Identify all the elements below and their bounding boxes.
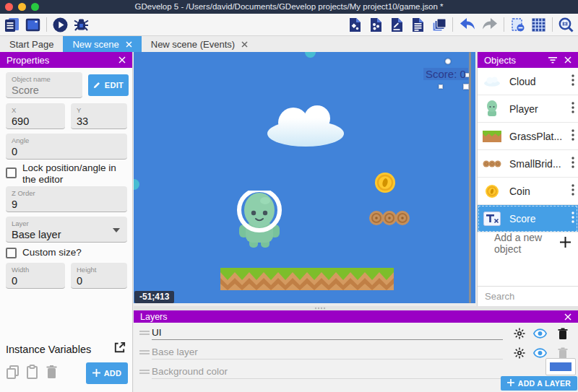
close-panel-icon[interactable] bbox=[564, 313, 571, 321]
field-value: 33 bbox=[77, 116, 121, 127]
player-instance[interactable] bbox=[236, 191, 283, 248]
layers-header: Layers bbox=[134, 310, 578, 323]
object-menu-icon[interactable] bbox=[571, 212, 574, 226]
object-menu-icon[interactable] bbox=[571, 74, 574, 89]
window-title: GDevelop 5 - /Users/david/Documents/GDev… bbox=[43, 0, 535, 14]
scene-properties-icon[interactable] bbox=[387, 15, 407, 35]
paste-icon[interactable] bbox=[26, 365, 38, 383]
toolbar-separator bbox=[552, 17, 553, 32]
angle-field[interactable]: Angle 0 bbox=[6, 134, 127, 160]
edit-object-button[interactable]: EDIT bbox=[88, 74, 129, 96]
zoom-1-1-icon[interactable] bbox=[556, 15, 577, 35]
close-panel-icon[interactable] bbox=[118, 56, 126, 64]
object-name-field[interactable]: Object name Score bbox=[6, 72, 82, 98]
tab-new-scene[interactable]: New scene bbox=[63, 36, 141, 52]
height-field[interactable]: Height 0 bbox=[71, 263, 127, 289]
tab-new-scene-events[interactable]: New scene (Events) bbox=[142, 36, 257, 52]
object-menu-icon[interactable] bbox=[571, 157, 574, 171]
width-field[interactable]: Width 0 bbox=[6, 263, 65, 289]
layer-name-input[interactable] bbox=[152, 326, 503, 340]
close-window-button[interactable] bbox=[5, 3, 13, 11]
add-variable-button[interactable]: ADD bbox=[86, 362, 128, 384]
cursor-coordinates-badge: -51;413 bbox=[134, 291, 174, 303]
field-label: Object name bbox=[12, 75, 77, 83]
play-icon[interactable] bbox=[50, 15, 71, 35]
layer-row-base[interactable]: Base layer bbox=[134, 343, 578, 362]
z-order-field[interactable]: Z Order 9 bbox=[6, 186, 127, 212]
close-panel-icon[interactable] bbox=[564, 56, 571, 64]
add-layer-button[interactable]: ADD A LAYER bbox=[501, 376, 577, 391]
copy-icon[interactable] bbox=[6, 365, 20, 383]
add-new-object-button[interactable]: Add a new object bbox=[478, 232, 578, 254]
object-label: Cloud bbox=[509, 76, 571, 87]
grass-platform-instance[interactable] bbox=[220, 268, 394, 290]
tab-label: New scene bbox=[72, 39, 118, 50]
lock-position-checkbox[interactable] bbox=[6, 167, 17, 178]
objects-editor-icon[interactable] bbox=[345, 15, 366, 35]
field-value: Score bbox=[12, 84, 77, 96]
open-in-new-icon[interactable] bbox=[113, 341, 126, 357]
filter-icon[interactable] bbox=[548, 57, 557, 64]
layer-select[interactable]: Layer Base layer bbox=[6, 217, 127, 243]
field-value: 9 bbox=[12, 199, 121, 210]
mask-icon[interactable] bbox=[507, 15, 528, 35]
debug-icon[interactable] bbox=[71, 15, 92, 35]
field-label: Height bbox=[77, 266, 121, 274]
layer-effects-icon[interactable] bbox=[512, 346, 527, 360]
layer-name[interactable]: Base layer bbox=[152, 345, 503, 360]
close-tab-icon[interactable] bbox=[241, 41, 248, 48]
object-menu-icon[interactable] bbox=[571, 102, 574, 116]
coin-instance[interactable] bbox=[374, 172, 396, 193]
drag-handle-icon[interactable] bbox=[139, 350, 150, 356]
small-bridge-instance[interactable] bbox=[369, 210, 410, 226]
drag-handle-icon[interactable] bbox=[139, 331, 150, 336]
object-menu-icon[interactable] bbox=[571, 184, 574, 199]
object-row-cloud[interactable]: Cloud bbox=[478, 68, 578, 95]
player-thumbnail-icon bbox=[481, 100, 503, 118]
layer-visibility-eye-icon[interactable] bbox=[532, 326, 547, 341]
object-row-coin[interactable]: Coin bbox=[478, 178, 578, 205]
panel-drag-handle-top[interactable] bbox=[305, 52, 316, 58]
redo-icon[interactable] bbox=[478, 15, 501, 35]
undo-icon[interactable] bbox=[456, 15, 478, 35]
object-row-player[interactable]: Player bbox=[478, 95, 578, 123]
rotate-handle[interactable] bbox=[445, 58, 451, 64]
canvas-vertical-scrollbar[interactable] bbox=[469, 52, 471, 303]
panel-title: Objects bbox=[484, 55, 541, 66]
score-text-instance[interactable]: Score: 0 bbox=[423, 68, 468, 80]
object-menu-icon[interactable] bbox=[571, 129, 574, 144]
minimize-window-button[interactable] bbox=[18, 3, 26, 11]
resize-handle-bottom[interactable] bbox=[439, 84, 443, 89]
panel-title: Layers bbox=[140, 312, 557, 322]
layers-editor-icon[interactable] bbox=[428, 15, 449, 35]
project-manager-icon[interactable] bbox=[1, 15, 22, 35]
maximize-window-button[interactable] bbox=[31, 3, 39, 11]
y-position-field[interactable]: Y 33 bbox=[71, 103, 127, 129]
main-toolbar bbox=[0, 14, 578, 36]
custom-size-checkbox[interactable] bbox=[6, 248, 17, 258]
trash-icon[interactable] bbox=[46, 365, 58, 383]
search-input[interactable] bbox=[483, 290, 578, 302]
object-row-score[interactable]: Score bbox=[478, 205, 578, 232]
cloud-instance[interactable] bbox=[266, 103, 345, 147]
object-row-smallbridge[interactable]: SmallBrid... bbox=[478, 150, 578, 178]
grid-icon[interactable] bbox=[528, 15, 549, 35]
object-row-grassplatform[interactable]: GrassPlat... bbox=[478, 123, 578, 150]
x-position-field[interactable]: X 690 bbox=[6, 103, 65, 129]
layer-effects-icon[interactable] bbox=[512, 326, 527, 341]
toolbar-separator bbox=[504, 17, 504, 32]
instances-list-icon[interactable] bbox=[407, 15, 428, 35]
delete-layer-icon[interactable] bbox=[556, 326, 570, 341]
resize-handle-corner[interactable] bbox=[463, 84, 469, 90]
scene-window-icon[interactable] bbox=[22, 15, 43, 35]
layer-visibility-eye-icon[interactable] bbox=[532, 346, 547, 360]
layer-row-ui[interactable] bbox=[134, 323, 578, 343]
close-tab-icon[interactable] bbox=[126, 41, 132, 48]
scene-canvas[interactable]: Score: 0 -51;413 bbox=[134, 52, 475, 303]
background-color-swatch[interactable] bbox=[545, 358, 576, 375]
object-groups-icon[interactable] bbox=[366, 15, 387, 35]
field-label: X bbox=[12, 106, 59, 114]
field-value: Base layer bbox=[12, 229, 121, 240]
tab-start-page[interactable]: Start Page bbox=[0, 36, 63, 52]
panel-drag-handle-left[interactable] bbox=[134, 179, 139, 190]
